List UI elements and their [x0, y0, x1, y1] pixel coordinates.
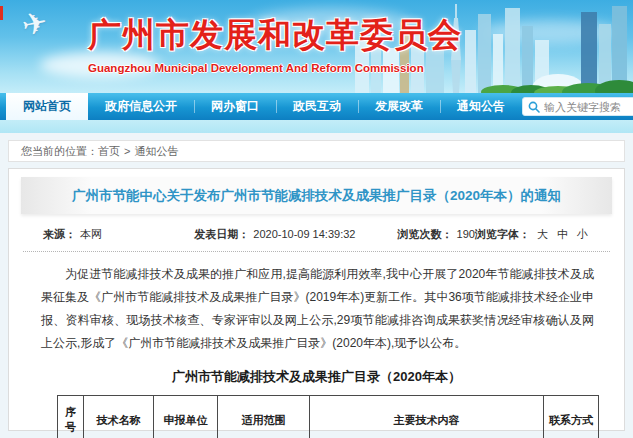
- breadcrumb-home-link[interactable]: 首页: [98, 144, 120, 159]
- font-size-small-button[interactable]: 小: [577, 227, 588, 242]
- views-label: 浏览次数：: [398, 228, 453, 240]
- nav-tab-online-services[interactable]: 网办窗口: [194, 93, 276, 120]
- breadcrumb-separator: >: [124, 145, 130, 157]
- date-value: 2020-10-09 14:39:32: [253, 228, 355, 240]
- col-header-applicant: 申报单位: [154, 396, 218, 438]
- font-size-medium-button[interactable]: 中: [557, 227, 568, 242]
- breadcrumb-current-link[interactable]: 通知公告: [134, 144, 178, 159]
- nav-tab-notices[interactable]: 通知公告: [440, 93, 522, 120]
- nav-tab-development-reform[interactable]: 发展改革: [358, 93, 440, 120]
- article-title: 广州市节能中心关于发布广州市节能减排技术及成果推广目录（2020年本）的通知: [72, 188, 561, 203]
- breadcrumb-prefix: 您当前的位置：: [21, 144, 98, 159]
- divider: [23, 251, 610, 252]
- article-panel: 广州市节能中心关于发布广州市节能减排技术及成果推广目录（2020年本）的通知 来…: [8, 168, 625, 431]
- nav-tab-interaction[interactable]: 政民互动: [276, 93, 358, 120]
- search-input[interactable]: [544, 101, 633, 113]
- source-value: 本网: [80, 228, 102, 240]
- date-label: 发表日期：: [194, 228, 249, 240]
- nav-tab-home[interactable]: 网站首页: [6, 93, 88, 120]
- decoration-red-mark: [0, 6, 3, 20]
- font-size-label: 浏览字体：: [475, 228, 530, 240]
- col-header-contact: 联系方式: [544, 396, 599, 438]
- subnav-strip: [0, 120, 633, 133]
- nav-tab-gov-info[interactable]: 政府信息公开: [88, 93, 194, 120]
- site-subtitle: Guangzhou Municipal Development And Refo…: [88, 62, 418, 74]
- views-value: 190: [457, 228, 475, 240]
- col-header-scope: 适用范围: [218, 396, 310, 438]
- search-icon: [528, 101, 540, 113]
- breadcrumb: 您当前的位置： 首页 > 通知公告: [8, 140, 625, 162]
- article-meta: 来源：本网 发表日期：2020-10-09 14:39:32 浏览次数：190 …: [43, 227, 588, 242]
- search-box[interactable]: [522, 97, 633, 116]
- airplane-icon: ✈: [19, 4, 51, 43]
- col-header-no: 序号: [58, 396, 84, 438]
- main-navigation: 网站首页 政府信息公开 网办窗口 政民互动 发展改革 通知公告 搜 索: [0, 93, 633, 120]
- site-title: 广州市发展和改革委员会: [88, 13, 418, 58]
- source-label: 来源：: [43, 228, 76, 240]
- article-title-band: 广州市节能中心关于发布广州市节能减排技术及成果推广目录（2020年本）的通知: [21, 177, 612, 214]
- article-paragraph: 为促进节能减排技术及成果的推广和应用,提高能源利用效率,我中心开展了2020年节…: [41, 263, 594, 355]
- catalog-table: 一、节能减排技术 序号 技术名称 申报单位 适用范围 主要技术内容 联系方式 2…: [57, 395, 599, 438]
- catalog-title: 广州市节能减排技术及成果推广目录（2020年本）: [17, 368, 616, 386]
- col-header-content: 主要技术内容: [310, 396, 544, 438]
- table-header-row: 序号 技术名称 申报单位 适用范围 主要技术内容 联系方式: [58, 396, 599, 438]
- font-size-large-button[interactable]: 大: [537, 227, 548, 242]
- col-header-tech-name: 技术名称: [84, 396, 154, 438]
- site-banner: ✈ 广州市发展和改革委员会 Guangzhou Municipal Develo…: [0, 0, 633, 93]
